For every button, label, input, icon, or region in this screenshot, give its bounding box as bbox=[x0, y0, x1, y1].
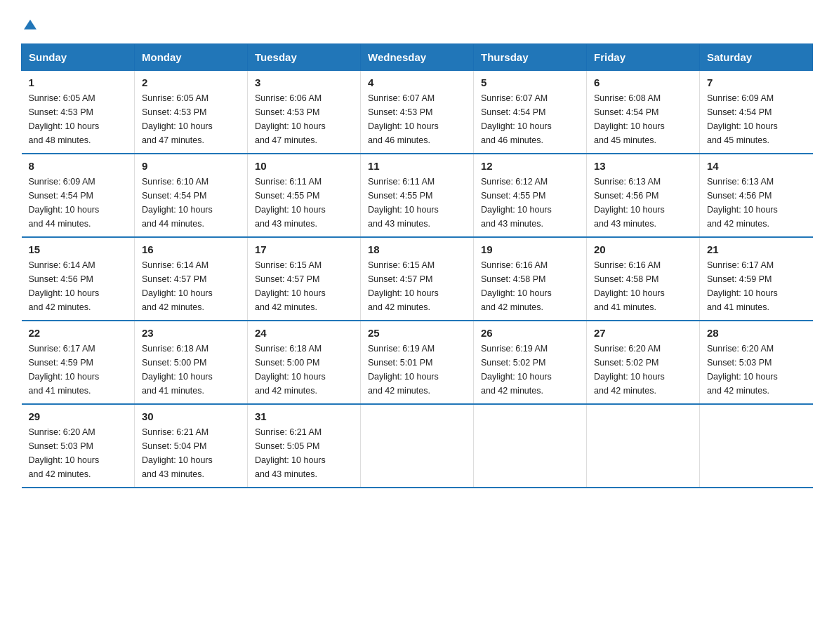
day-number: 4 bbox=[368, 76, 466, 88]
logo-triangle-icon bbox=[22, 17, 38, 32]
svg-marker-0 bbox=[24, 20, 37, 29]
calendar-cell: 13Sunrise: 6:13 AMSunset: 4:56 PMDayligh… bbox=[587, 154, 700, 237]
calendar-cell: 24Sunrise: 6:18 AMSunset: 5:00 PMDayligh… bbox=[248, 321, 361, 404]
day-number: 3 bbox=[255, 76, 353, 88]
day-info: Sunrise: 6:12 AMSunset: 4:55 PMDaylight:… bbox=[481, 175, 579, 231]
day-number: 31 bbox=[255, 410, 353, 422]
calendar-cell bbox=[700, 404, 813, 488]
day-info: Sunrise: 6:19 AMSunset: 5:01 PMDaylight:… bbox=[368, 342, 466, 398]
calendar-cell bbox=[587, 404, 700, 488]
calendar-cell: 2Sunrise: 6:05 AMSunset: 4:53 PMDaylight… bbox=[135, 71, 248, 154]
calendar-week-row: 8Sunrise: 6:09 AMSunset: 4:54 PMDaylight… bbox=[22, 154, 813, 237]
day-info: Sunrise: 6:21 AMSunset: 5:04 PMDaylight:… bbox=[142, 425, 240, 481]
page-header bbox=[21, 17, 813, 32]
day-info: Sunrise: 6:11 AMSunset: 4:55 PMDaylight:… bbox=[255, 175, 353, 231]
calendar-week-row: 1Sunrise: 6:05 AMSunset: 4:53 PMDaylight… bbox=[22, 71, 813, 154]
calendar-cell: 7Sunrise: 6:09 AMSunset: 4:54 PMDaylight… bbox=[700, 71, 813, 154]
calendar-table: SundayMondayTuesdayWednesdayThursdayFrid… bbox=[21, 43, 813, 488]
calendar-cell: 12Sunrise: 6:12 AMSunset: 4:55 PMDayligh… bbox=[474, 154, 587, 237]
day-number: 12 bbox=[481, 160, 579, 172]
weekday-header-friday: Friday bbox=[587, 44, 700, 71]
day-number: 6 bbox=[594, 76, 692, 88]
day-info: Sunrise: 6:14 AMSunset: 4:57 PMDaylight:… bbox=[142, 258, 240, 314]
weekday-header-wednesday: Wednesday bbox=[361, 44, 474, 71]
day-info: Sunrise: 6:17 AMSunset: 4:59 PMDaylight:… bbox=[707, 258, 806, 314]
day-number: 9 bbox=[142, 160, 240, 172]
day-number: 8 bbox=[29, 160, 128, 172]
calendar-cell: 5Sunrise: 6:07 AMSunset: 4:54 PMDaylight… bbox=[474, 71, 587, 154]
day-info: Sunrise: 6:21 AMSunset: 5:05 PMDaylight:… bbox=[255, 425, 353, 481]
calendar-cell: 25Sunrise: 6:19 AMSunset: 5:01 PMDayligh… bbox=[361, 321, 474, 404]
day-number: 20 bbox=[594, 243, 692, 255]
calendar-cell: 14Sunrise: 6:13 AMSunset: 4:56 PMDayligh… bbox=[700, 154, 813, 237]
calendar-cell: 31Sunrise: 6:21 AMSunset: 5:05 PMDayligh… bbox=[248, 404, 361, 488]
day-number: 27 bbox=[594, 327, 692, 339]
day-info: Sunrise: 6:05 AMSunset: 4:53 PMDaylight:… bbox=[142, 91, 240, 147]
day-number: 1 bbox=[29, 76, 128, 88]
day-info: Sunrise: 6:16 AMSunset: 4:58 PMDaylight:… bbox=[481, 258, 579, 314]
day-info: Sunrise: 6:09 AMSunset: 4:54 PMDaylight:… bbox=[707, 91, 806, 147]
calendar-cell: 17Sunrise: 6:15 AMSunset: 4:57 PMDayligh… bbox=[248, 237, 361, 321]
day-info: Sunrise: 6:20 AMSunset: 5:03 PMDaylight:… bbox=[707, 342, 806, 398]
day-info: Sunrise: 6:15 AMSunset: 4:57 PMDaylight:… bbox=[255, 258, 353, 314]
day-info: Sunrise: 6:13 AMSunset: 4:56 PMDaylight:… bbox=[594, 175, 692, 231]
calendar-cell: 20Sunrise: 6:16 AMSunset: 4:58 PMDayligh… bbox=[587, 237, 700, 321]
calendar-cell: 8Sunrise: 6:09 AMSunset: 4:54 PMDaylight… bbox=[22, 154, 135, 237]
calendar-cell: 19Sunrise: 6:16 AMSunset: 4:58 PMDayligh… bbox=[474, 237, 587, 321]
day-info: Sunrise: 6:14 AMSunset: 4:56 PMDaylight:… bbox=[29, 258, 128, 314]
day-number: 5 bbox=[481, 76, 579, 88]
weekday-header-thursday: Thursday bbox=[474, 44, 587, 71]
day-info: Sunrise: 6:07 AMSunset: 4:53 PMDaylight:… bbox=[368, 91, 466, 147]
calendar-week-row: 29Sunrise: 6:20 AMSunset: 5:03 PMDayligh… bbox=[22, 404, 813, 488]
calendar-cell: 1Sunrise: 6:05 AMSunset: 4:53 PMDaylight… bbox=[22, 71, 135, 154]
calendar-cell: 16Sunrise: 6:14 AMSunset: 4:57 PMDayligh… bbox=[135, 237, 248, 321]
day-info: Sunrise: 6:13 AMSunset: 4:56 PMDaylight:… bbox=[707, 175, 806, 231]
day-number: 19 bbox=[481, 243, 579, 255]
day-number: 17 bbox=[255, 243, 353, 255]
day-info: Sunrise: 6:06 AMSunset: 4:53 PMDaylight:… bbox=[255, 91, 353, 147]
day-info: Sunrise: 6:07 AMSunset: 4:54 PMDaylight:… bbox=[481, 91, 579, 147]
day-info: Sunrise: 6:17 AMSunset: 4:59 PMDaylight:… bbox=[29, 342, 128, 398]
day-number: 7 bbox=[707, 76, 806, 88]
calendar-cell: 22Sunrise: 6:17 AMSunset: 4:59 PMDayligh… bbox=[22, 321, 135, 404]
calendar-cell bbox=[361, 404, 474, 488]
calendar-cell: 11Sunrise: 6:11 AMSunset: 4:55 PMDayligh… bbox=[361, 154, 474, 237]
day-info: Sunrise: 6:10 AMSunset: 4:54 PMDaylight:… bbox=[142, 175, 240, 231]
calendar-cell: 10Sunrise: 6:11 AMSunset: 4:55 PMDayligh… bbox=[248, 154, 361, 237]
calendar-cell: 30Sunrise: 6:21 AMSunset: 5:04 PMDayligh… bbox=[135, 404, 248, 488]
day-info: Sunrise: 6:18 AMSunset: 5:00 PMDaylight:… bbox=[142, 342, 240, 398]
calendar-cell: 29Sunrise: 6:20 AMSunset: 5:03 PMDayligh… bbox=[22, 404, 135, 488]
calendar-cell: 6Sunrise: 6:08 AMSunset: 4:54 PMDaylight… bbox=[587, 71, 700, 154]
day-number: 13 bbox=[594, 160, 692, 172]
day-number: 18 bbox=[368, 243, 466, 255]
day-number: 11 bbox=[368, 160, 466, 172]
weekday-header-saturday: Saturday bbox=[700, 44, 813, 71]
calendar-cell bbox=[474, 404, 587, 488]
calendar-cell: 21Sunrise: 6:17 AMSunset: 4:59 PMDayligh… bbox=[700, 237, 813, 321]
day-info: Sunrise: 6:16 AMSunset: 4:58 PMDaylight:… bbox=[594, 258, 692, 314]
day-number: 15 bbox=[29, 243, 128, 255]
calendar-cell: 26Sunrise: 6:19 AMSunset: 5:02 PMDayligh… bbox=[474, 321, 587, 404]
day-info: Sunrise: 6:20 AMSunset: 5:02 PMDaylight:… bbox=[594, 342, 692, 398]
calendar-cell: 15Sunrise: 6:14 AMSunset: 4:56 PMDayligh… bbox=[22, 237, 135, 321]
day-info: Sunrise: 6:18 AMSunset: 5:00 PMDaylight:… bbox=[255, 342, 353, 398]
day-info: Sunrise: 6:11 AMSunset: 4:55 PMDaylight:… bbox=[368, 175, 466, 231]
day-number: 2 bbox=[142, 76, 240, 88]
logo bbox=[21, 17, 38, 32]
day-info: Sunrise: 6:08 AMSunset: 4:54 PMDaylight:… bbox=[594, 91, 692, 147]
calendar-cell: 28Sunrise: 6:20 AMSunset: 5:03 PMDayligh… bbox=[700, 321, 813, 404]
day-number: 25 bbox=[368, 327, 466, 339]
day-number: 29 bbox=[29, 410, 128, 422]
day-number: 21 bbox=[707, 243, 806, 255]
day-number: 22 bbox=[29, 327, 128, 339]
calendar-cell: 4Sunrise: 6:07 AMSunset: 4:53 PMDaylight… bbox=[361, 71, 474, 154]
day-number: 10 bbox=[255, 160, 353, 172]
day-number: 16 bbox=[142, 243, 240, 255]
day-info: Sunrise: 6:20 AMSunset: 5:03 PMDaylight:… bbox=[29, 425, 128, 481]
calendar-cell: 9Sunrise: 6:10 AMSunset: 4:54 PMDaylight… bbox=[135, 154, 248, 237]
day-info: Sunrise: 6:09 AMSunset: 4:54 PMDaylight:… bbox=[29, 175, 128, 231]
day-info: Sunrise: 6:19 AMSunset: 5:02 PMDaylight:… bbox=[481, 342, 579, 398]
calendar-cell: 27Sunrise: 6:20 AMSunset: 5:02 PMDayligh… bbox=[587, 321, 700, 404]
day-info: Sunrise: 6:15 AMSunset: 4:57 PMDaylight:… bbox=[368, 258, 466, 314]
weekday-header-sunday: Sunday bbox=[22, 44, 135, 71]
